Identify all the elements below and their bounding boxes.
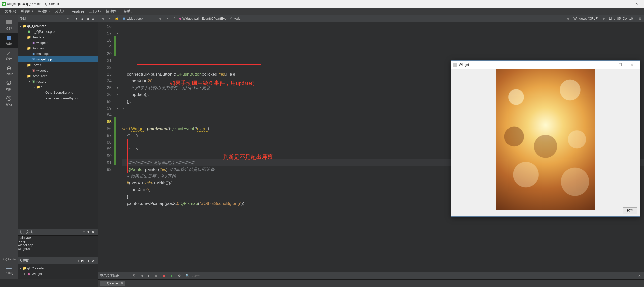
tree-item[interactable]: ▾📁Sources xyxy=(18,45,98,51)
tree-item[interactable]: ▣widget.ui xyxy=(18,68,98,73)
open-doc-item[interactable]: res.qrc xyxy=(18,239,98,243)
svg-rect-1 xyxy=(8,20,10,22)
menu-调试(D)[interactable]: 调试(D) xyxy=(52,8,69,15)
menu-构建(B)[interactable]: 构建(B) xyxy=(36,8,52,15)
close-file-button[interactable]: ✕ xyxy=(165,16,170,21)
add-icon[interactable]: ⊞ xyxy=(85,16,90,21)
annotation-text-1: 如果手动调用绘图事件，用update() xyxy=(170,80,254,86)
output-tab[interactable]: qt_QPainter ✕ xyxy=(100,281,125,286)
tree-item[interactable]: OtherSceneBg.png xyxy=(18,90,98,95)
class-view-tree[interactable]: ▾📁qt_QPainter▸◆Widget xyxy=(18,264,98,279)
svg-rect-2 xyxy=(10,20,12,22)
mode-debug[interactable]: Debug xyxy=(0,63,18,78)
nav-back-button[interactable]: ◄ xyxy=(100,16,105,21)
zoom-in-icon[interactable]: ＋ xyxy=(404,273,410,279)
output-tabs: qt_QPainter ✕ xyxy=(98,279,644,287)
maximize-button[interactable]: ☐ xyxy=(619,0,631,8)
move-button[interactable]: 移动 xyxy=(623,207,637,214)
svg-rect-7 xyxy=(7,37,10,37)
run-config-section: qt_QPainter Debug xyxy=(0,257,18,279)
open-doc-item[interactable]: widget.h xyxy=(18,247,98,251)
menu-工具(T)[interactable]: 工具(T) xyxy=(87,8,103,15)
tree-item[interactable]: ▾📁Resources xyxy=(18,73,98,79)
mode-edit[interactable]: 编辑 xyxy=(0,33,18,48)
rendered-pixmap xyxy=(496,69,595,210)
split-icon[interactable]: ⊟ xyxy=(85,258,90,264)
open-docs-list[interactable]: main.cppres.qrcwidget.cppwidget.h xyxy=(18,236,98,257)
menu-文件(F)[interactable]: 文件(F) xyxy=(2,8,19,15)
run-debug-icon[interactable]: ▶ xyxy=(169,273,175,279)
next-icon[interactable]: ► xyxy=(146,273,152,279)
widget-titlebar[interactable]: Widget ─ ☐ ✕ xyxy=(451,61,640,69)
close-panel-icon[interactable]: ✕ xyxy=(90,258,96,264)
zoom-out-icon[interactable]: － xyxy=(412,273,418,279)
widget-preview-window[interactable]: Widget ─ ☐ ✕ 移动 xyxy=(451,60,640,217)
welcome-icon xyxy=(5,20,12,26)
tree-item[interactable]: ▾📁Forms xyxy=(18,62,98,68)
open-doc-item[interactable]: widget.cpp xyxy=(18,243,98,247)
annotation-box-1 xyxy=(137,37,261,65)
split-icon[interactable]: ⊟ xyxy=(85,229,90,235)
hash-button[interactable]: # xyxy=(172,16,177,21)
class-item[interactable]: ▸◆Widget xyxy=(18,271,98,276)
widget-close-button[interactable]: ✕ xyxy=(626,61,638,69)
collapse-icon[interactable]: ˄ xyxy=(629,273,635,279)
run-project-label: qt_QPainter xyxy=(0,257,18,262)
split-editor-icon[interactable]: ⊟ xyxy=(637,16,642,21)
settings-icon[interactable]: ⚙ xyxy=(176,273,182,279)
widget-minimize-button[interactable]: ─ xyxy=(603,61,615,69)
tree-item[interactable]: ▣main.cpp xyxy=(18,51,98,56)
fold-column[interactable]: ▾▾▸▸ xyxy=(116,22,119,279)
tree-item[interactable]: PlayLevelSceneBg.png xyxy=(18,95,98,101)
tree-item[interactable]: ▾📁Headers xyxy=(18,34,98,40)
nav-forward-button[interactable]: ► xyxy=(107,16,112,21)
mode-selector: 欢迎编辑设计Debug项目?帮助 qt_QPainter Debug xyxy=(0,15,18,279)
run-target-label: Debug xyxy=(4,271,13,275)
run-target-button[interactable]: Debug xyxy=(0,262,18,277)
mode-design[interactable]: 设计 xyxy=(0,48,18,63)
run-icon[interactable]: ▶ xyxy=(154,273,160,279)
tree-item[interactable]: ▾📁qt_QPainter xyxy=(18,23,98,29)
stop-icon[interactable]: ■ xyxy=(161,273,167,279)
line-ending-selector[interactable]: Windows (CRLF) xyxy=(571,17,601,20)
lock-icon[interactable]: 🔓 xyxy=(114,16,119,21)
mode-projects[interactable]: 项目 xyxy=(0,78,18,93)
view-icon[interactable]: ◩ xyxy=(79,258,85,264)
close-output-icon[interactable]: ✕ xyxy=(636,273,642,279)
project-tree[interactable]: ▾📁qt_QPainter▣qt_QPainter.pro▾📁Headers▣w… xyxy=(18,22,98,229)
menu-Analyze[interactable]: Analyze xyxy=(69,8,87,15)
menu-帮助(H)[interactable]: 帮助(H) xyxy=(121,8,138,15)
line-number-gutter: 1617181920212223242526585984858687888990… xyxy=(98,22,114,279)
close-panel-icon[interactable]: ✕ xyxy=(90,229,96,235)
class-item[interactable]: ▾📁qt_QPainter xyxy=(18,265,98,271)
split-icon[interactable]: ⊟ xyxy=(90,16,96,21)
filter-icon[interactable]: ▼ xyxy=(74,16,79,21)
minimize-button[interactable]: ─ xyxy=(608,0,619,8)
link-icon[interactable]: ⊘ xyxy=(79,16,85,21)
prev-icon[interactable]: ◄ xyxy=(139,273,145,279)
projects-icon xyxy=(5,80,12,86)
class-view-title: 类视图 xyxy=(20,259,78,263)
close-button[interactable]: ✕ xyxy=(631,0,642,8)
widget-maximize-button[interactable]: ☐ xyxy=(615,61,626,69)
menu-编辑(E)[interactable]: 编辑(E) xyxy=(19,8,36,15)
locate-icon[interactable]: ⇱ xyxy=(131,273,137,279)
tree-item[interactable]: ▣widget.cpp xyxy=(18,56,98,62)
qt-logo-icon: Qt xyxy=(2,2,6,6)
project-panel-header: 项目 ▾ ▼ ⊘ ⊞ ⊟ xyxy=(18,15,98,22)
mode-help[interactable]: ?帮助 xyxy=(0,93,18,108)
mode-welcome[interactable]: 欢迎 xyxy=(0,18,18,33)
tree-item[interactable]: ▾▣res.qrc xyxy=(18,79,98,84)
menubar: 文件(F)编辑(E)构建(B)调试(D)Analyze工具(T)控件(W)帮助(… xyxy=(0,8,644,15)
svg-rect-13 xyxy=(8,83,9,85)
open-doc-item[interactable]: main.cpp xyxy=(18,236,98,239)
close-tab-icon[interactable]: ✕ xyxy=(121,281,123,285)
output-filter-input[interactable] xyxy=(191,274,402,278)
symbol-breadcrumb[interactable]: ◆ Widget::paintEvent(QPaintEvent *): voi… xyxy=(179,17,241,20)
tree-item[interactable]: ▣qt_QPainter.pro xyxy=(18,29,98,34)
menu-控件(W)[interactable]: 控件(W) xyxy=(103,8,121,15)
tree-item[interactable]: ▾📁/ xyxy=(18,84,98,90)
tree-item[interactable]: ▣widget.h xyxy=(18,40,98,45)
file-selector[interactable]: ▣ widget.cpp ◆ xyxy=(121,17,163,20)
cursor-position: Line: 85, Col: 10 xyxy=(606,17,635,20)
